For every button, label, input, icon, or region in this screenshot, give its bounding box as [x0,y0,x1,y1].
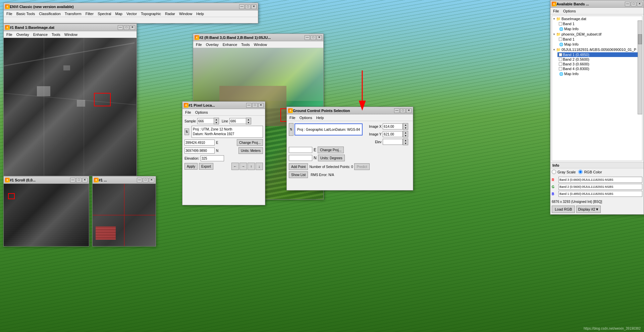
avail-bands-close-btn[interactable]: ✕ [637,2,642,6]
tree-05jul-band4[interactable]: Band 4 (0.8300) [557,66,642,71]
image-x-group[interactable]: ▲ ▼ [383,123,408,130]
band1-menu-window[interactable]: Window [62,32,79,37]
menu-spectral[interactable]: Spectral [96,11,113,16]
band1-max-btn[interactable]: □ [124,25,129,30]
image-x-down[interactable]: ▼ [403,126,408,129]
rgb-menu-tools[interactable]: Tools [239,42,252,47]
display-dropdown-btn[interactable]: Display #2▼ [576,206,600,213]
scroll1-close-btn[interactable]: ✕ [82,178,88,182]
menu-map[interactable]: Map [113,11,124,16]
baseimage-band1-checkbox[interactable] [559,22,562,25]
scroll2-title-bar[interactable]: E #1 ... — □ ✕ [93,176,156,184]
northing-input[interactable] [184,148,215,154]
rgb-max-btn[interactable]: □ [311,35,316,40]
scroll2-min-btn[interactable]: — [137,178,142,182]
tree-05jul-mapinfo[interactable]: 🌐 Map Info [557,71,642,76]
tree-05jul-band2[interactable]: Band 2 (0.5600) [557,57,642,62]
image-y-up[interactable]: ▲ [403,131,408,134]
rgb-menu-overlay[interactable]: Overlay [204,42,221,47]
gcp-menu-options[interactable]: Options [298,115,314,120]
tree-baseimage-band1[interactable]: Band 1 [557,21,642,26]
rgb-radio[interactable] [578,170,583,174]
gcp-title-bar[interactable]: E Ground Control Points Selection — □ ✕ [287,107,413,114]
menu-transform[interactable]: Transform [63,11,84,16]
tree-phoenix-dem[interactable]: ▼ 📁 phoenix_DEM_subset.tif [552,32,642,37]
elev-input[interactable] [383,139,403,145]
units-degrees-btn[interactable]: Units: Degrees [318,155,345,161]
sample-input[interactable] [197,118,214,124]
rgb-menu-enhance[interactable]: Enhance [221,42,239,47]
band1-title-bar[interactable]: E #1 Band 1:BaseImage.dat — □ ✕ [4,24,137,31]
tree-baseimage-mapinfo[interactable]: 🌐 Map Info [557,26,642,32]
b-input[interactable] [558,191,642,197]
menu-filter[interactable]: Filter [84,11,96,16]
rgb-min-btn[interactable]: — [305,35,310,40]
r-input[interactable] [558,177,642,183]
apply-btn[interactable]: Apply [184,163,198,170]
pixel-loc-menu-file[interactable]: File [183,110,193,115]
scroll1-title-bar[interactable]: E #1 Scroll (0,0... — □ ✕ [4,176,89,184]
elev-up[interactable]: ▲ [403,139,408,142]
g-input[interactable] [558,184,642,190]
scrollbar-thumb[interactable] [638,34,642,44]
change-proj-btn[interactable]: Change Proj... [237,139,263,146]
menu-radar[interactable]: Radar [163,11,177,16]
scroll1-min-btn[interactable]: — [70,178,75,182]
band1-menu-tools[interactable]: Tools [50,32,62,37]
tree-05jul[interactable]: ▼ 📁 05JUL11182931-M1BS-005606990010_01_P [552,47,642,52]
gcp-menu-help[interactable]: Help [314,115,326,120]
show-list-btn[interactable]: Show List [289,171,308,178]
band1-menu-file[interactable]: File [4,32,14,37]
nav-up-btn[interactable]: ↑ [248,163,255,170]
envi-max-btn[interactable]: □ [245,4,251,9]
menu-file[interactable]: File [4,11,14,16]
05jul-band3-checkbox[interactable] [559,62,562,66]
pixel-loc-close-btn[interactable]: ✕ [258,103,264,108]
menu-classification[interactable]: Classification [37,11,63,16]
avail-bands-max-btn[interactable]: □ [631,2,636,6]
sample-spinner[interactable]: ▲ ▼ [197,118,219,124]
sample-up-btn[interactable]: ▲ [214,118,219,121]
gcp-menu-file[interactable]: File [287,115,298,120]
tree-05jul-band3[interactable]: Band 3 (0.6600) [557,62,642,66]
image-y-down[interactable]: ▼ [403,134,408,137]
band1-image[interactable] [4,38,137,176]
elevation-input[interactable] [201,155,224,161]
scroll2-close-btn[interactable]: ✕ [149,178,154,182]
tree-phoenix-mapinfo[interactable]: 🌐 Map Info [557,42,642,47]
tree-05jul-band1[interactable]: Band 1 (0.4850) [557,52,642,57]
band1-min-btn[interactable]: — [118,25,123,30]
pixel-loc-min-btn[interactable]: — [246,103,252,108]
rgb-menu-file[interactable]: File [194,42,204,47]
pixel-loc-max-btn[interactable]: □ [252,103,258,108]
rgb-title-bar[interactable]: E #2 (R:Band 3,G:Band 2,B:Band 1):05JU..… [193,34,323,41]
menu-vector[interactable]: Vector [124,11,139,16]
rgb-close-btn[interactable]: ✕ [317,35,322,40]
menu-window[interactable]: Window [177,11,194,16]
menu-basic-tools[interactable]: Basic Tools [14,11,37,16]
nav-right-btn[interactable]: → [239,163,247,170]
sample-down-btn[interactable]: ▼ [214,121,219,124]
pixel-loc-menu-options[interactable]: Options [193,110,210,115]
export-btn[interactable]: Export [199,163,213,170]
scroll2-image[interactable] [93,184,156,246]
bands-tree[interactable]: ▼ 📁 BaseImage.dat Band 1 🌐 Map Info ▼ 📁 … [552,16,642,161]
predict-btn[interactable]: Predict [354,163,369,170]
05jul-band2-checkbox[interactable] [559,58,562,61]
05jul-band1-checkbox[interactable] [559,53,562,56]
load-rgb-btn[interactable]: Load RGB [552,206,575,213]
bands-scrollbar[interactable] [638,20,642,114]
rgb-menu-window[interactable]: Window [252,42,269,47]
avail-bands-menu-options[interactable]: Options [561,8,578,14]
envi-close-btn[interactable]: ✕ [251,4,257,9]
gcp-resize-icon[interactable]: ⇅ [289,123,293,136]
band1-menu-overlay[interactable]: Overlay [14,32,31,37]
05jul-band4-checkbox[interactable] [559,67,562,70]
band1-menu-enhance[interactable]: Enhance [31,32,50,37]
scroll2-max-btn[interactable]: □ [143,178,148,182]
menu-help[interactable]: Help [194,11,206,16]
gcp-min-btn[interactable]: — [394,108,399,113]
line-spinner[interactable]: ▲ ▼ [229,118,251,124]
menu-topographic[interactable]: Topographic [139,11,163,16]
pixel-loc-title-bar[interactable]: E #1 Pixel Loca... — □ ✕ [182,102,265,109]
